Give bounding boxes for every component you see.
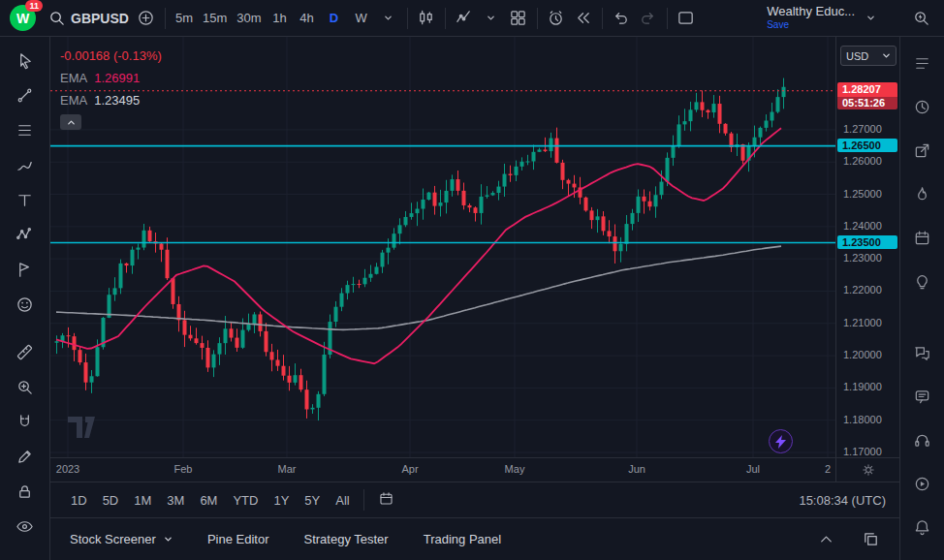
chevron-down-icon [384, 14, 393, 22]
price-axis-label: 1.27000 [843, 123, 882, 135]
last-price-tag: 1.28207 05:51:26 [837, 82, 897, 110]
tab-label: Pine Editor [207, 532, 269, 546]
go-to-date-button[interactable] [371, 486, 401, 513]
currency-unit: USD [846, 50, 868, 62]
streams-button[interactable] [909, 470, 936, 497]
tab-pine-editor[interactable]: Pine Editor [207, 532, 269, 546]
interval-15m[interactable]: 15m [198, 5, 232, 32]
comment-lines-icon [913, 388, 931, 406]
range-6m[interactable]: 6M [193, 489, 224, 512]
legend-collapse-button[interactable] [60, 114, 81, 130]
forecast-tool-button[interactable] [9, 254, 41, 286]
level-price-tag: 1.26500 [837, 139, 897, 152]
range-all[interactable]: All [329, 489, 356, 512]
price-axis[interactable]: USD 1.28207 05:51:26 1.270001.260001.250… [835, 37, 899, 457]
measure-tool-button[interactable] [9, 336, 41, 368]
ema-legend-slow[interactable]: EMA 1.23495 [60, 89, 162, 111]
range-3m[interactable]: 3M [160, 489, 191, 512]
range-ytd[interactable]: YTD [226, 489, 265, 512]
interval-5m[interactable]: 5m [171, 5, 198, 32]
chevron-up-icon [67, 118, 76, 127]
tradingview-watermark [68, 417, 101, 440]
text-tool-button[interactable] [9, 184, 41, 216]
price-axis-label: 1.20000 [843, 349, 882, 360]
redo-button[interactable] [635, 5, 662, 32]
indicator-templates-button[interactable] [478, 5, 505, 32]
support-button[interactable] [909, 426, 936, 453]
watchlist-icon [913, 54, 931, 73]
magnet-tool-button[interactable] [9, 406, 41, 438]
lightbulb-icon [913, 272, 931, 291]
panel-restore-button[interactable] [857, 526, 884, 553]
redo-arrow-icon [639, 9, 657, 27]
interval-1w[interactable]: W [348, 5, 375, 32]
user-avatar[interactable]: W 11 [10, 5, 36, 31]
last-price-value: 1.28207 [837, 82, 897, 97]
interval-30m[interactable]: 30m [232, 5, 266, 32]
tab-stock-screener[interactable]: Stock Screener [70, 532, 173, 546]
interval-1d[interactable]: D [321, 5, 348, 32]
fib-tool-button[interactable] [9, 114, 41, 146]
bar-countdown: 05:51:26 [837, 97, 897, 110]
undo-button[interactable] [608, 5, 635, 32]
layout-menu-button[interactable] [857, 5, 884, 32]
add-symbol-button[interactable] [133, 5, 160, 32]
emoji-tool-button[interactable] [9, 289, 41, 321]
calendar-button[interactable] [909, 224, 936, 251]
range-1d[interactable]: 1D [64, 489, 94, 512]
chats-button[interactable] [909, 339, 936, 366]
pattern-tool-button[interactable] [9, 219, 41, 251]
ema-legend-fast[interactable]: EMA 1.26991 [60, 67, 162, 89]
drawing-mode-button[interactable] [9, 441, 41, 473]
interval-menu-button[interactable] [375, 5, 402, 32]
layout-name[interactable]: Wealthy Educ... Save [767, 5, 855, 30]
tab-strategy-tester[interactable]: Strategy Tester [303, 532, 388, 546]
news-button[interactable] [909, 137, 936, 164]
comments-button[interactable] [909, 383, 936, 410]
time-axis[interactable]: 2023FebMarAprMayJunJul2 [50, 457, 835, 482]
range-5d[interactable]: 5D [96, 489, 126, 512]
chart-style-button[interactable] [413, 5, 440, 32]
layout-select-button[interactable] [673, 5, 700, 32]
lock-all-button[interactable] [9, 476, 41, 508]
zoom-tool-button[interactable] [9, 371, 41, 403]
hide-all-button[interactable] [9, 511, 41, 543]
alerts-button[interactable] [909, 93, 936, 120]
range-1y[interactable]: 1Y [267, 489, 296, 512]
range-1m[interactable]: 1M [127, 489, 158, 512]
brush-tool-button[interactable] [9, 149, 41, 181]
notification-badge: 11 [25, 0, 43, 12]
notifications-button[interactable] [909, 513, 936, 541]
time-axis-label: May [505, 463, 525, 475]
box-arrow-icon [913, 141, 931, 160]
create-alert-button[interactable] [543, 5, 570, 32]
quick-search-button[interactable] [907, 5, 934, 32]
interval-1h[interactable]: 1h [267, 5, 294, 32]
symbol-search-button[interactable]: GBPUSD [44, 5, 133, 32]
bell-icon [913, 518, 931, 537]
toolbar-separator [407, 8, 408, 29]
panel-expand-button[interactable] [812, 526, 839, 553]
ideas-button[interactable] [909, 267, 936, 295]
time-axis-label: Jul [746, 463, 760, 475]
bar-replay-button[interactable] [570, 5, 597, 32]
timezone-settings-button[interactable] [858, 459, 879, 481]
multichart-layout-button[interactable] [505, 5, 532, 32]
hotlists-button[interactable] [909, 180, 936, 207]
tab-trading-panel[interactable]: Trading Panel [424, 532, 501, 546]
search-icon [47, 9, 66, 27]
candlestick-chart[interactable] [50, 37, 835, 457]
utc-clock[interactable]: 15:08:34 (UTC) [799, 493, 886, 508]
chart-legend: -0.00168 (-0.13%) EMA 1.26991 EMA 1.2349… [60, 45, 162, 130]
instant-trading-button[interactable] [769, 429, 793, 453]
indicators-button[interactable] [451, 5, 478, 32]
save-layout-link[interactable]: Save [767, 19, 789, 31]
headset-icon [913, 431, 931, 450]
watchlist-button[interactable] [909, 49, 936, 77]
interval-4h[interactable]: 4h [294, 5, 321, 32]
currency-unit-select[interactable]: USD [840, 46, 897, 66]
range-5y[interactable]: 5Y [298, 489, 327, 512]
trend-line-tool-button[interactable] [9, 79, 41, 111]
cursor-tool-button[interactable] [9, 45, 41, 77]
brush-icon [16, 156, 34, 174]
